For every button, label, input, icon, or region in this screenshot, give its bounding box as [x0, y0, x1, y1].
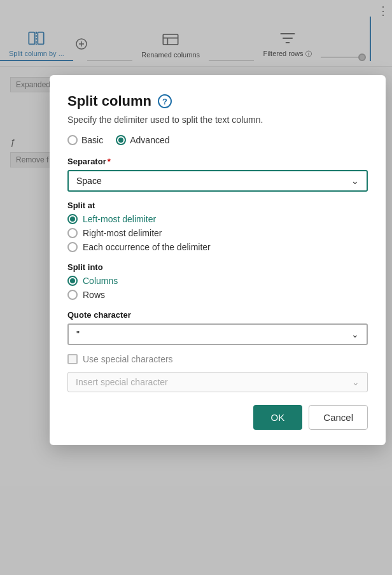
split-at-rightmost[interactable]: Right-most delimiter — [67, 228, 368, 238]
split-column-modal: Split column ? Specify the delimiter use… — [50, 75, 386, 445]
rightmost-radio[interactable] — [67, 228, 78, 238]
split-into-label: Split into — [67, 262, 368, 272]
quote-char-section: Quote character " ⌄ — [67, 310, 368, 345]
rows-radio[interactable] — [67, 290, 78, 300]
mode-radio-row: Basic Advanced — [67, 135, 368, 145]
columns-radio[interactable] — [67, 276, 78, 286]
leftmost-radio[interactable] — [67, 214, 78, 224]
each-radio[interactable] — [67, 242, 78, 252]
modal-title: Split column — [67, 93, 151, 110]
insert-special-dropdown: Insert special character ⌄ — [67, 372, 368, 392]
insert-special-arrow: ⌄ — [352, 377, 360, 387]
split-into-section: Split into Columns Rows — [67, 262, 368, 300]
split-into-rows[interactable]: Rows — [67, 290, 368, 300]
basic-radio-label[interactable]: Basic — [67, 135, 103, 145]
split-into-columns[interactable]: Columns — [67, 276, 368, 286]
modal-buttons: OK Cancel — [67, 405, 368, 430]
modal-header: Split column ? — [67, 93, 368, 110]
split-at-each[interactable]: Each occurrence of the delimiter — [67, 242, 368, 252]
cancel-button[interactable]: Cancel — [309, 405, 368, 430]
split-at-leftmost[interactable]: Left-most delimiter — [67, 214, 368, 224]
use-special-checkbox[interactable] — [67, 354, 78, 364]
quote-char-dropdown-arrow: ⌄ — [351, 329, 359, 339]
quote-char-dropdown[interactable]: " ⌄ — [67, 323, 368, 345]
split-at-section: Split at Left-most delimiter Right-most … — [67, 201, 368, 252]
advanced-radio-label[interactable]: Advanced — [116, 135, 169, 145]
separator-dropdown[interactable]: Space ⌄ — [67, 170, 368, 192]
split-at-label: Split at — [67, 201, 368, 210]
ok-button[interactable]: OK — [253, 405, 303, 430]
separator-label: Separator* — [67, 157, 368, 166]
use-special-row[interactable]: Use special characters — [67, 354, 368, 364]
advanced-radio[interactable] — [116, 135, 126, 145]
basic-radio[interactable] — [67, 135, 78, 145]
modal-subtitle: Specify the delimiter used to split the … — [67, 115, 368, 125]
separator-dropdown-arrow: ⌄ — [351, 176, 359, 186]
help-icon[interactable]: ? — [158, 94, 172, 108]
quote-char-label: Quote character — [67, 310, 368, 320]
